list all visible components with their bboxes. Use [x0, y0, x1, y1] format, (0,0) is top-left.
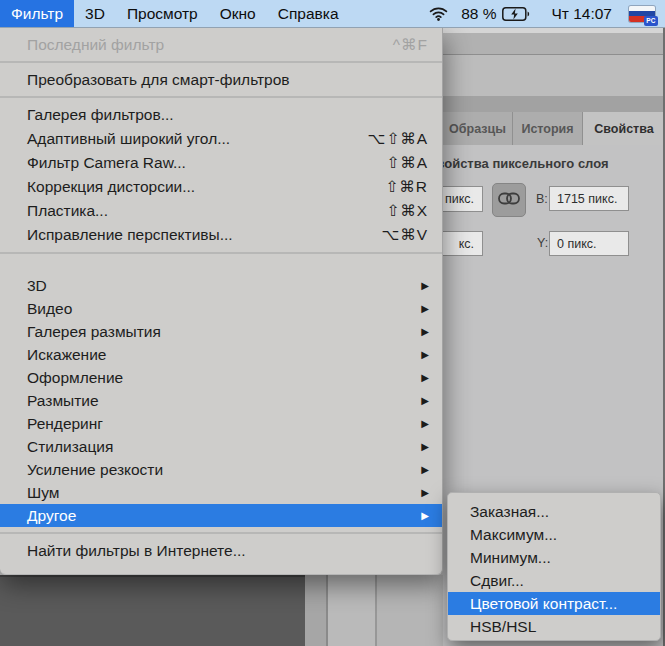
menu-item-label: Пластика... [27, 202, 108, 219]
menu-item-shortcut: ⇧⌘A [386, 151, 428, 175]
menu-separator [0, 252, 442, 254]
menu-item-plastika[interactable]: Пластика... ⇧⌘X [0, 199, 442, 223]
tab-label: Образцы [449, 122, 506, 136]
menu-item-shortcut: ^⌘F [393, 33, 428, 57]
menu-item-posledniy-filtr: Последний фильтр ^⌘F [0, 33, 442, 57]
tab-istoriya[interactable]: История [513, 112, 583, 145]
menu-separator [0, 96, 442, 98]
panel-gap-band [443, 55, 665, 96]
menubar-item-3d[interactable]: 3D [74, 0, 116, 27]
menubar-item-filtr[interactable]: Фильтр [0, 0, 74, 27]
menu-item-label: Рендеринг [27, 415, 103, 432]
tab-obraztsy[interactable]: Образцы [443, 112, 513, 145]
filter-menu: Последний фильтр ^⌘F Преобразовать для с… [0, 28, 443, 575]
submenu-item-zakaznaya[interactable]: Заказная... [448, 500, 660, 523]
panel-strip [328, 575, 375, 646]
menu-item-preobrazovat-smart-filtry[interactable]: Преобразовать для смарт-фильтров [0, 68, 442, 92]
submenu-item-label: Цветовой контраст... [470, 595, 617, 612]
menu-item-label: Усиление резкости [27, 461, 163, 478]
tab-svoystva[interactable]: Свойства [583, 112, 665, 145]
options-bar [443, 33, 665, 55]
input-source-flag-icon[interactable]: РС [629, 6, 655, 22]
menu-item-usilenie-rezkosti[interactable]: Усиление резкости ▶ [0, 458, 442, 481]
menu-separator [0, 532, 442, 534]
submenu-arrow-icon: ▶ [421, 274, 429, 297]
menu-item-shortcut: ⇧⌘X [386, 199, 428, 223]
menu-item-camera-raw[interactable]: Фильтр Camera Raw... ⇧⌘A [0, 151, 442, 175]
menu-item-iskazhenie[interactable]: Искажение ▶ [0, 343, 442, 366]
y-field[interactable]: 0 пикс. [549, 231, 629, 256]
menu-item-korrektsiya-distorsii[interactable]: Коррекция дисторсии... ⇧⌘R [0, 175, 442, 199]
x-field-value: кс. [459, 237, 474, 251]
x-field[interactable]: кс. [443, 231, 483, 256]
width-field[interactable]: пикс. [443, 186, 483, 212]
menubar-item-spravka[interactable]: Справка [267, 0, 350, 27]
menu-item-rendering[interactable]: Рендеринг ▶ [0, 412, 442, 435]
menu-item-label: Шум [27, 484, 59, 501]
submenu-item-maksimum[interactable]: Максимум... [448, 523, 660, 546]
flag-badge: РС [644, 16, 658, 26]
canvas-area [0, 575, 305, 646]
submenu-item-sdvig[interactable]: Сдвиг... [448, 569, 660, 592]
panel-strip [377, 575, 443, 646]
link-dimensions-button[interactable] [492, 183, 526, 217]
menu-item-label: Фильтр Camera Raw... [27, 154, 186, 171]
submenu-arrow-icon: ▶ [421, 389, 429, 412]
submenu-item-hsb-hsl[interactable]: HSB/HSL [448, 615, 660, 638]
menu-item-adaptivnyi-shirokiy-ugol[interactable]: Адаптивный широкий угол... ⌥⇧⌘A [0, 127, 442, 151]
menubar: Фильтр 3D Просмотр Окно Справка 88 % [0, 0, 665, 28]
submenu-item-label: Сдвиг... [470, 572, 524, 589]
menu-item-label: Исправление перспективы... [27, 226, 233, 243]
screen: Образцы История Свойства Свойства пиксел… [0, 0, 665, 646]
menubar-status-area: 88 % Чт 14:07 РС [429, 0, 665, 27]
submenu-arrow-icon: ▶ [421, 481, 429, 504]
menu-item-shortcut: ⌥⌘V [381, 223, 428, 247]
submenu-arrow-icon: ▶ [421, 458, 429, 481]
menu-item-label: Найти фильтры в Интернете... [27, 542, 246, 559]
submenu-item-tsvetovoy-kontrast[interactable]: Цветовой контраст... [448, 592, 660, 615]
submenu-arrow-icon: ▶ [421, 435, 429, 458]
menu-item-shum[interactable]: Шум ▶ [0, 481, 442, 504]
menu-item-video[interactable]: Видео ▶ [0, 297, 442, 320]
menu-item-nayti-filtry[interactable]: Найти фильтры в Интернете... [0, 539, 442, 563]
menubar-item-label: Справка [278, 5, 339, 23]
menubar-item-prosmotr[interactable]: Просмотр [116, 0, 209, 27]
battery-percent: 88 % [461, 5, 496, 23]
submenu-arrow-icon: ▶ [421, 320, 429, 343]
menu-item-razmytie[interactable]: Размытие ▶ [0, 389, 442, 412]
menu-item-label: Галерея размытия [27, 323, 161, 340]
height-field[interactable]: 1715 пикс. [549, 186, 629, 211]
menu-item-galereya-razmytiya[interactable]: Галерея размытия ▶ [0, 320, 442, 343]
menu-item-galereya-filtrov[interactable]: Галерея фильтров... [0, 103, 442, 127]
submenu-item-minimum[interactable]: Минимум... [448, 546, 660, 569]
menubar-clock[interactable]: Чт 14:07 [551, 5, 612, 23]
submenu-item-label: HSB/HSL [470, 618, 536, 635]
battery-charging-icon[interactable] [502, 7, 530, 21]
menu-separator [0, 61, 442, 63]
submenu-arrow-icon: ▶ [421, 504, 429, 527]
menu-item-shortcut: ⇧⌘R [385, 175, 428, 199]
menu-item-label: Оформление [27, 369, 123, 386]
menu-item-drugoe[interactable]: Другое ▶ [0, 504, 442, 527]
photoshop-bottom-area [0, 575, 443, 646]
submenu-item-label: Максимум... [470, 526, 557, 543]
tab-label: Свойства [594, 122, 653, 136]
menubar-item-okno[interactable]: Окно [209, 0, 267, 27]
menu-item-3d[interactable]: 3D ▶ [0, 274, 442, 297]
panel-tab-bar: Образцы История Свойства [443, 96, 665, 145]
submenu-arrow-icon: ▶ [421, 343, 429, 366]
menubar-item-label: 3D [85, 5, 105, 23]
submenu-item-label: Заказная... [470, 503, 549, 520]
menu-item-label: Видео [27, 300, 72, 317]
properties-panel-title: Свойства пиксельного слоя [443, 156, 609, 171]
wifi-icon[interactable] [429, 6, 448, 21]
submenu-arrow-icon: ▶ [421, 366, 429, 389]
menu-item-label: Искажение [27, 346, 106, 363]
chain-link-icon [498, 191, 520, 209]
menu-item-ispravlenie-perspektivy[interactable]: Исправление перспективы... ⌥⌘V [0, 223, 442, 247]
menu-item-stilizatsiya[interactable]: Стилизация ▶ [0, 435, 442, 458]
submenu-item-label: Минимум... [470, 549, 551, 566]
menu-item-label: Стилизация [27, 438, 113, 455]
menu-item-oformlenie[interactable]: Оформление ▶ [0, 366, 442, 389]
menu-item-shortcut: ⌥⇧⌘A [367, 127, 428, 151]
